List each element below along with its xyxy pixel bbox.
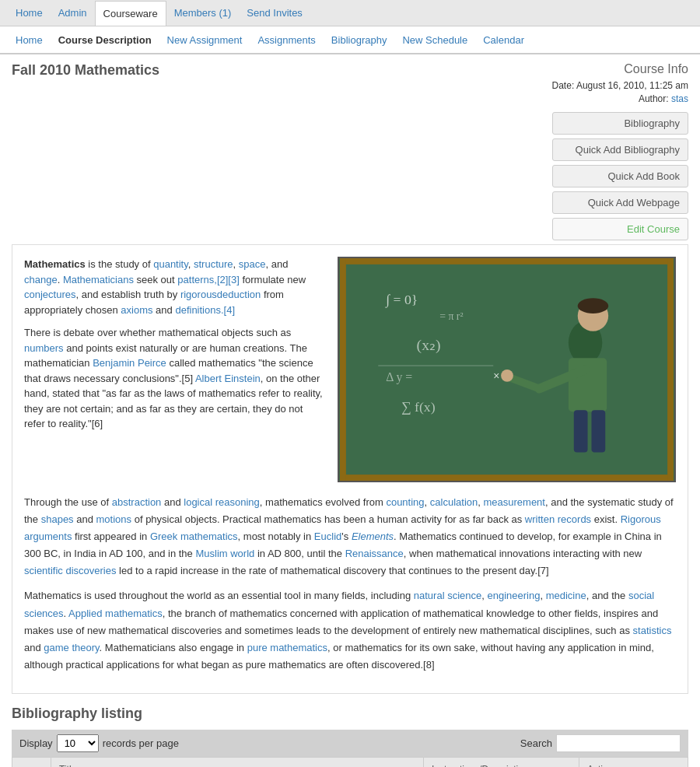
nav-new-assignment[interactable]: New Assignment [159,28,250,52]
link-game-theory[interactable]: game theory [44,642,99,653]
second-navigation: Home Course Description New Assignment A… [0,26,700,54]
svg-text:∑ f(x): ∑ f(x) [401,399,436,415]
link-scientific-discoveries[interactable]: scientific discoveries [24,565,117,576]
top-navigation: Home Admin Courseware Members (1) Send I… [0,0,700,26]
svg-rect-18 [340,475,674,481]
link-statistics[interactable]: statistics [633,625,672,636]
col-title-label: Title [59,764,76,767]
link-applied-mathematics[interactable]: Applied mathematics [68,608,163,619]
link-medicine[interactable]: medicine [546,590,586,601]
nav-home[interactable]: Home [8,28,51,52]
svg-rect-19 [340,258,346,481]
course-info-panel: Course Info Date: August 16, 2010, 11:25… [552,62,688,244]
link-definitions[interactable]: definitions.[4] [175,304,235,316]
nav-course-description[interactable]: Course Description [51,28,159,52]
link-numbers[interactable]: numbers [24,342,64,354]
svg-point-9 [578,298,608,313]
link-engineering[interactable]: engineering [487,590,540,601]
display-label: Display [19,737,53,749]
svg-rect-16 [591,410,605,452]
svg-rect-20 [667,258,674,481]
link-quantity[interactable]: quantity [153,258,188,270]
svg-text:×: × [493,370,499,382]
top-nav-members[interactable]: Members (1) [166,1,240,25]
link-written-records[interactable]: written records [525,513,591,525]
svg-rect-17 [340,258,674,264]
records-per-page-label: records per page [103,737,179,749]
edit-course-button[interactable]: Edit Course [552,218,688,240]
article-image: ∫ = 0} (x₂) Δ y = ∑ f(x) = π r² [338,257,676,482]
course-info-title: Course Info [552,62,688,76]
author-link[interactable]: stas [671,93,688,104]
quick-add-bibliography-button[interactable]: Quick Add Bibliography [552,138,688,161]
quick-add-book-button[interactable]: Quick Add Book [552,165,688,187]
nav-assignments[interactable]: Assignments [250,28,323,52]
link-shapes[interactable]: shapes [41,513,74,525]
col-description-label: Instructions/Description [432,764,529,767]
link-calculation[interactable]: calculation [430,496,478,508]
link-rigorousdeduction[interactable]: rigorousdeduction [180,289,261,300]
records-per-page-select[interactable]: 10 25 50 100 [57,734,99,752]
link-mathematicians[interactable]: Mathematicians [63,274,134,285]
bibliography-section-title: Bibliography listing [12,706,688,722]
link-renaissance[interactable]: Renaissance [345,548,404,559]
col-actions: Actions [579,757,688,767]
link-axioms[interactable]: axioms [121,304,152,316]
link-structure[interactable]: structure [194,258,233,270]
article-box: Mathematics is the study of quantity, st… [12,244,688,694]
svg-text:(x₂): (x₂) [417,336,441,354]
bibliography-table-container: Display 10 25 50 100 records per page Se… [12,730,688,767]
link-space[interactable]: space [239,258,266,270]
table-controls: Display 10 25 50 100 records per page Se… [12,730,688,757]
link-pure-mathematics[interactable]: pure mathematics [247,642,327,653]
article-full-text: Through the use of abstraction and logic… [24,494,676,674]
nav-bibliography[interactable]: Bibliography [324,28,395,52]
link-counting[interactable]: counting [386,496,424,508]
page-title: Fall 2010 Mathematics [12,62,159,79]
bibliography-button[interactable]: Bibliography [552,112,688,135]
link-measurement[interactable]: measurement [483,496,544,508]
link-conjectures[interactable]: conjectures [24,289,75,300]
link-patterns[interactable]: patterns,[2][3] [177,274,240,285]
link-motions[interactable]: motions [96,513,132,525]
svg-point-13 [501,369,513,382]
link-natural-science[interactable]: natural science [414,590,481,601]
bibliography-table: ⇅ Title ⇅ Instructions/Description ⇅ Act… [12,757,688,767]
top-nav-admin[interactable]: Admin [51,1,95,25]
link-euclid[interactable]: Euclid [314,531,341,542]
link-muslim-world[interactable]: Muslim world [195,548,254,559]
svg-text:Δ y =: Δ y = [386,370,412,384]
top-nav-courseware[interactable]: Courseware [95,1,166,26]
top-nav-send-invites[interactable]: Send Invites [239,1,310,25]
course-info-date: Date: August 16, 2010, 11:25 am [552,80,688,91]
article-intro: Mathematics is the study of quantity, st… [24,257,326,482]
search-label: Search [520,737,552,749]
course-info-author: Author: stas [552,93,688,104]
nav-new-schedule[interactable]: New Schedule [394,28,475,52]
top-nav-home[interactable]: Home [8,1,51,25]
link-elements[interactable]: Elements [352,531,394,542]
svg-text:∫ = 0}: ∫ = 0} [385,292,418,308]
col-title[interactable]: Title ⇅ [51,757,424,767]
col-number[interactable]: ⇅ [12,757,51,767]
nav-calendar[interactable]: Calendar [475,28,532,52]
link-albert-einstein[interactable]: Albert Einstein [195,373,261,384]
col-description[interactable]: Instructions/Description ⇅ [423,757,579,767]
link-benjamin-peirce[interactable]: Benjamin Peirce [93,357,166,369]
link-greek-mathematics[interactable]: Greek mathematics [150,531,238,542]
link-change[interactable]: change [24,274,58,285]
quick-add-webpage-button[interactable]: Quick Add Webpage [552,191,688,214]
link-abstraction[interactable]: abstraction [112,496,162,508]
svg-text:= π r²: = π r² [439,310,463,322]
svg-rect-15 [574,410,588,452]
search-input[interactable] [556,734,681,752]
link-logical-reasoning[interactable]: logical reasoning [184,496,260,508]
